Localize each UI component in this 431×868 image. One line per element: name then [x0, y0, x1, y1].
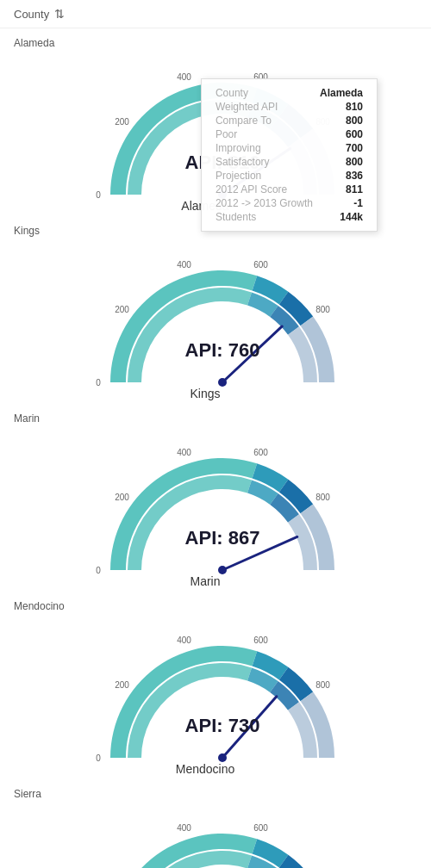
header-title: County [14, 8, 49, 21]
tooltip-alameda: CountyAlamedaWeighted API810Compare To80… [201, 78, 378, 232]
svg-text:400: 400 [177, 636, 191, 645]
gauge-section-marin: Marin0200400600800API: 867Marin [0, 404, 431, 592]
svg-point-13 [218, 378, 227, 387]
api-value-marin: API: 867 [185, 527, 260, 549]
api-value-kings: API: 760 [185, 339, 260, 361]
gauge-svg-mendocino: 0200400600800API: 730Mendocino [76, 616, 369, 779]
gauge-section-kings: Kings0200400600800API: 760Kings [0, 216, 431, 404]
header: County ⇅ [0, 0, 431, 28]
sort-icon[interactable]: ⇅ [54, 7, 65, 21]
svg-text:400: 400 [177, 72, 191, 82]
svg-text:0: 0 [96, 190, 101, 200]
county-name-mendocino: Mendocino [176, 762, 235, 776]
county-label-sierra: Sierra [14, 788, 431, 800]
svg-point-20 [218, 566, 227, 574]
gauge-section-alameda: Alameda0200400600800API: 810AlamedaCount… [0, 28, 431, 216]
svg-text:400: 400 [177, 260, 191, 270]
svg-text:600: 600 [253, 448, 268, 457]
gauge-svg-kings: 0200400600800API: 760Kings [76, 240, 369, 404]
county-name-kings: Kings [190, 387, 220, 400]
svg-text:200: 200 [115, 305, 129, 314]
svg-text:600: 600 [253, 260, 268, 270]
county-name-marin: Marin [190, 574, 220, 588]
gauge-svg-sierra: 0200400600800API: 829Sierra [76, 803, 369, 868]
gauge-section-sierra: Sierra0200400600800API: 829Sierra [0, 779, 431, 868]
svg-text:0: 0 [96, 378, 101, 388]
svg-text:400: 400 [177, 823, 191, 833]
svg-text:0: 0 [96, 753, 101, 763]
svg-text:200: 200 [115, 493, 129, 502]
svg-text:400: 400 [177, 448, 191, 457]
svg-point-27 [218, 753, 227, 762]
svg-text:800: 800 [315, 493, 330, 502]
county-label-mendocino: Mendocino [14, 600, 431, 612]
svg-text:200: 200 [115, 117, 129, 127]
gauge-section-mendocino: Mendocino0200400600800API: 730Mendocino [0, 592, 431, 779]
svg-text:200: 200 [115, 680, 129, 690]
svg-text:800: 800 [315, 305, 330, 314]
svg-text:600: 600 [253, 823, 268, 833]
api-value-mendocino: API: 730 [185, 715, 260, 736]
svg-text:600: 600 [253, 636, 268, 645]
svg-text:0: 0 [96, 566, 101, 575]
county-label-marin: Marin [14, 412, 431, 425]
svg-text:800: 800 [315, 680, 330, 690]
county-label-alameda: Alameda [14, 37, 431, 49]
gauge-svg-marin: 0200400600800API: 867Marin [76, 428, 369, 592]
